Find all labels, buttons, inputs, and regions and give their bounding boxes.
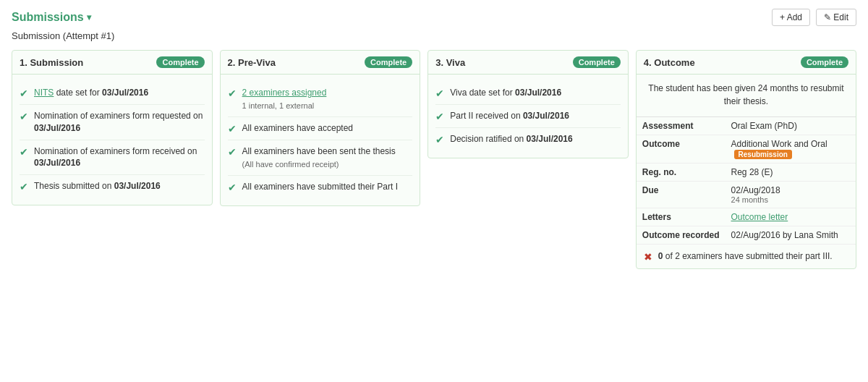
column-pre-viva: 2. Pre-Viva Complete ✔ 2 examiners assig… <box>220 50 421 206</box>
item-text: Viva date set for 03/Jul/2016 <box>450 87 561 99</box>
columns-container: 1. Submission Complete ✔ NITS date set f… <box>12 50 856 269</box>
list-item: ✔ Decision ratified on 03/Jul/2016 <box>435 128 621 150</box>
column-pre-viva-badge: Complete <box>365 56 412 68</box>
submissions-label: Submissions <box>12 11 84 24</box>
thesis-sent-subtext: (All have confirmed receipt) <box>242 159 396 170</box>
column-submission-body: ✔ NITS date set for 03/Jul/2016 ✔ Nomina… <box>12 75 212 205</box>
due-value: 02/Aug/2018 24 months <box>726 182 856 208</box>
check-icon: ✔ <box>435 111 444 122</box>
table-row: Outcome Additional Work and Oral Resubmi… <box>637 135 856 164</box>
examiners-subtext: 1 internal, 1 external <box>242 101 327 111</box>
check-icon: ✔ <box>228 182 237 193</box>
column-pre-viva-header: 2. Pre-Viva Complete <box>221 51 420 75</box>
list-item: ✔ All examiners have submitted their Par… <box>228 176 413 198</box>
regno-value: Reg 28 (E) <box>726 164 856 182</box>
list-item: ✔ All examiners have been sent the thesi… <box>228 140 413 176</box>
outcome-letter-link[interactable]: Outcome letter <box>731 212 788 222</box>
check-icon: ✔ <box>20 181 28 192</box>
check-icon: ✔ <box>20 146 28 158</box>
add-button[interactable]: + Add <box>772 9 810 26</box>
warning-item: ✖ 0 of 2 examiners have submitted their … <box>637 245 856 268</box>
check-icon: ✔ <box>228 146 237 158</box>
column-submission-badge: Complete <box>156 56 204 68</box>
outcome-label: Outcome <box>637 135 726 164</box>
table-row: Assessment Oral Exam (PhD) <box>637 117 856 135</box>
list-item: ✔ Nomination of examiners form requested… <box>20 105 205 140</box>
examiners-link[interactable]: 2 examiners assigned <box>242 88 327 98</box>
item-text: All examiners have accepted <box>242 122 353 135</box>
item-text: Decision ratified on 03/Jul/2016 <box>450 133 572 145</box>
item-text: All examiners have been sent the thesis … <box>242 145 396 170</box>
column-viva-title: 3. Viva <box>435 57 465 68</box>
warning-text: 0 of 2 examiners have submitted their pa… <box>658 250 833 263</box>
list-item: ✔ 2 examiners assigned 1 internal, 1 ext… <box>228 82 413 117</box>
due-subtext: 24 months <box>731 195 850 204</box>
table-row: Due 02/Aug/2018 24 months <box>637 182 856 208</box>
page-subtitle: Submission (Attempt #1) <box>12 30 856 41</box>
item-text: NITS date set for 03/Jul/2016 <box>34 87 148 99</box>
column-pre-viva-title: 2. Pre-Viva <box>228 57 276 68</box>
item-text: All examiners have submitted their Part … <box>242 181 398 193</box>
check-icon: ✔ <box>228 123 237 135</box>
outcome-recorded-label: Outcome recorded <box>637 226 726 245</box>
item-text: Nomination of examiners form requested o… <box>34 110 205 135</box>
outcome-intro-text: The student has been given 24 months to … <box>637 75 856 117</box>
check-icon: ✔ <box>20 111 28 122</box>
item-text: 2 examiners assigned 1 internal, 1 exter… <box>242 87 327 111</box>
list-item: ✔ All examiners have accepted <box>228 117 413 140</box>
table-row: Reg. no. Reg 28 (E) <box>637 164 856 182</box>
column-submission: 1. Submission Complete ✔ NITS date set f… <box>12 50 213 205</box>
column-viva-body: ✔ Viva date set for 03/Jul/2016 ✔ Part I… <box>428 75 628 158</box>
table-row: Letters Outcome letter <box>637 208 856 226</box>
top-bar: Submissions ▾ + Add ✎ Edit <box>12 9 856 26</box>
letters-value: Outcome letter <box>726 208 856 226</box>
column-viva-badge: Complete <box>573 56 621 68</box>
check-icon: ✔ <box>228 88 237 99</box>
item-text: Part II received on 03/Jul/2016 <box>450 110 569 122</box>
x-icon: ✖ <box>644 251 652 263</box>
letters-label: Letters <box>637 208 726 226</box>
column-outcome-title: 4. Outcome <box>644 57 695 68</box>
resubmission-badge: Resubmission <box>734 150 792 159</box>
submissions-title[interactable]: Submissions ▾ <box>12 11 91 24</box>
submissions-chevron: ▾ <box>87 12 91 22</box>
regno-label: Reg. no. <box>637 164 726 182</box>
assessment-label: Assessment <box>637 117 726 135</box>
list-item: ✔ Thesis submitted on 03/Jul/2016 <box>20 175 205 198</box>
outcome-recorded-value: 02/Aug/2016 by Lana Smith <box>726 226 856 245</box>
list-item: ✔ Part II received on 03/Jul/2016 <box>435 105 621 128</box>
outcome-value: Additional Work and Oral Resubmission <box>726 135 856 164</box>
column-submission-header: 1. Submission Complete <box>12 51 212 75</box>
column-pre-viva-body: ✔ 2 examiners assigned 1 internal, 1 ext… <box>221 75 420 205</box>
edit-button[interactable]: ✎ Edit <box>816 9 856 26</box>
item-text: Thesis submitted on 03/Jul/2016 <box>34 180 161 192</box>
table-row: Outcome recorded 02/Aug/2016 by Lana Smi… <box>637 226 856 245</box>
check-icon: ✔ <box>435 134 444 145</box>
column-viva: 3. Viva Complete ✔ Viva date set for 03/… <box>427 50 629 158</box>
item-text: Nomination of examiners form received on… <box>34 145 205 170</box>
list-item: ✔ Nomination of examiners form received … <box>20 140 205 176</box>
column-outcome: 4. Outcome Complete The student has been… <box>636 50 856 269</box>
assessment-value: Oral Exam (PhD) <box>726 117 856 135</box>
top-actions: + Add ✎ Edit <box>772 9 856 26</box>
column-outcome-badge: Complete <box>801 56 848 68</box>
check-icon: ✔ <box>435 88 444 99</box>
due-label: Due <box>637 182 726 208</box>
nits-link[interactable]: NITS <box>34 88 54 98</box>
column-submission-title: 1. Submission <box>20 57 83 68</box>
column-outcome-header: 4. Outcome Complete <box>637 51 856 75</box>
list-item: ✔ NITS date set for 03/Jul/2016 <box>20 82 205 105</box>
list-item: ✔ Viva date set for 03/Jul/2016 <box>435 82 621 105</box>
column-viva-header: 3. Viva Complete <box>428 51 628 75</box>
check-icon: ✔ <box>20 88 28 99</box>
outcome-table: Assessment Oral Exam (PhD) Outcome Addit… <box>637 117 856 245</box>
